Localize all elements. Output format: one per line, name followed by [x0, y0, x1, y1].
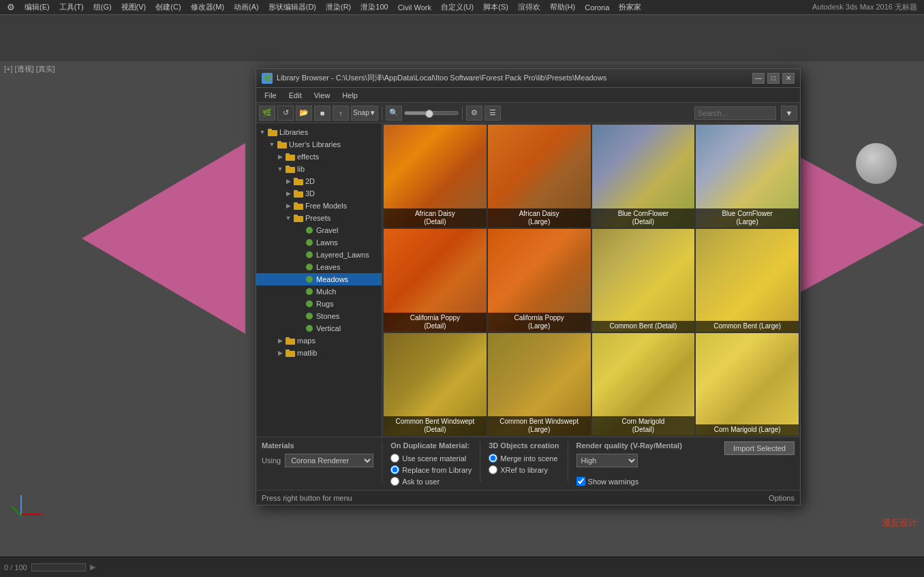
- merge-scene-radio[interactable]: [489, 454, 497, 463]
- menu-corona[interactable]: Corona: [581, 2, 613, 13]
- svg-rect-19: [286, 349, 290, 352]
- toolbar-btn-list[interactable]: ☰: [484, 106, 501, 121]
- tree-item-effects[interactable]: ▶ effects: [256, 151, 382, 163]
- thumb-label-10: Common Bent Windswept(Large): [488, 416, 591, 435]
- tree-item-mulch[interactable]: Mulch: [256, 285, 382, 298]
- tree-item-vertical[interactable]: Vertical: [256, 322, 382, 334]
- renderer-select[interactable]: Corona Renderer V-Ray Mental Ray Scanlin…: [285, 454, 373, 467]
- options-button[interactable]: Options: [769, 494, 795, 502]
- thumb-california-poppy-detail[interactable]: California Poppy(Detail): [384, 229, 487, 332]
- toolbar-btn-settings[interactable]: ⚙: [466, 106, 482, 121]
- tree-item-2d[interactable]: ▶ 2D: [256, 175, 382, 187]
- tree-item-lib[interactable]: ▼ lib: [256, 163, 382, 175]
- toolbar-btn-zoom[interactable]: 🔍: [386, 106, 402, 121]
- toolbar-btn-3[interactable]: 📂: [296, 106, 312, 121]
- objects-creation-title: 3D Objects creation: [489, 441, 559, 450]
- materials-title: Materials: [262, 441, 373, 450]
- app-bottom-counter: 0 / 100: [4, 563, 27, 572]
- tree-label-maps: maps: [297, 337, 315, 345]
- toolbar-search-input[interactable]: [694, 106, 776, 120]
- toolbar-slider[interactable]: [404, 111, 459, 115]
- thumb-common-bent-windswept-detail[interactable]: Common Bent Windswept(Detail): [384, 333, 487, 436]
- menu-render100[interactable]: 泄染100: [356, 1, 392, 14]
- toolbar-btn-4[interactable]: ■: [314, 106, 330, 121]
- tree-label-libraries: Libraries: [279, 128, 308, 136]
- library-tree-panel: ▼ Libraries ▼ User's Libraries ▶: [256, 123, 382, 437]
- thumb-corn-marigold-detail[interactable]: Corn Marigold(Detail): [592, 333, 695, 436]
- menu-modifier[interactable]: 修改器(M): [187, 1, 229, 14]
- tree-item-layered-lawns[interactable]: Layered_Lawns: [256, 249, 382, 261]
- ask-user-radio[interactable]: [390, 477, 399, 486]
- svg-rect-6: [286, 167, 295, 173]
- tree-item-gravel[interactable]: Gravel: [256, 224, 382, 236]
- dialog-menu-edit[interactable]: Edit: [283, 90, 307, 101]
- menu-group[interactable]: 组(G): [89, 1, 116, 14]
- thumb-african-daisy-large[interactable]: African Daisy(Large): [488, 125, 591, 228]
- svg-rect-9: [294, 178, 298, 180]
- menu-view[interactable]: 视图(V): [117, 1, 151, 14]
- separator-1: [382, 441, 382, 482]
- import-selected-button[interactable]: Import Selected: [724, 441, 795, 455]
- dialog-minimize-button[interactable]: —: [752, 73, 765, 84]
- thumb-blue-cornflower-large[interactable]: Blue CornFlower(Large): [696, 125, 799, 228]
- toolbar-btn-1[interactable]: 🌿: [259, 106, 275, 121]
- toolbar-sep-2: [462, 106, 463, 120]
- svg-rect-3: [277, 141, 281, 143]
- tree-item-maps[interactable]: ▶ maps: [256, 334, 382, 347]
- thumb-blue-cornflower-detail[interactable]: Blue CornFlower(Detail): [592, 125, 695, 228]
- show-warnings-label: Show warnings: [588, 478, 639, 486]
- app-menubar: ⚙ 编辑(E) 工具(T) 组(G) 视图(V) 创建(C) 修改器(M) 动画…: [0, 0, 924, 15]
- thumb-common-bent-windswept-large[interactable]: Common Bent Windswept(Large): [488, 333, 591, 436]
- tree-item-stones[interactable]: Stones: [256, 310, 382, 322]
- dialog-close-button[interactable]: ✕: [782, 73, 795, 84]
- watermark: 漫反设计: [882, 517, 917, 529]
- menu-create[interactable]: 创建(C): [151, 1, 185, 14]
- arrow-btn[interactable]: ▶: [90, 563, 95, 572]
- menu-script[interactable]: 脚本(S): [479, 1, 512, 14]
- dialog-menu-view[interactable]: View: [309, 90, 336, 101]
- menu-civil[interactable]: Civil Work: [394, 2, 435, 13]
- dialog-menu-file[interactable]: File: [259, 90, 282, 101]
- thumb-common-bent-detail[interactable]: Common Bent (Detail): [592, 229, 695, 332]
- menu-help-cn[interactable]: 渲得欢: [514, 1, 544, 14]
- thumb-corn-marigold-large[interactable]: Corn Marigold (Large): [696, 333, 799, 436]
- toolbar-btn-snap[interactable]: Snap▼: [351, 106, 378, 121]
- tree-item-lawns[interactable]: Lawns: [256, 236, 382, 249]
- tree-item-meadows[interactable]: Meadows: [256, 273, 382, 285]
- tree-item-leaves[interactable]: Leaves: [256, 261, 382, 273]
- xref-library-radio[interactable]: [489, 465, 497, 474]
- thumb-african-daisy-detail[interactable]: African Daisy(Detail): [384, 125, 487, 228]
- use-scene-radio[interactable]: [390, 454, 399, 463]
- tree-label-matlib: matlib: [297, 349, 317, 357]
- tree-item-free-models[interactable]: ▶ Free Models: [256, 200, 382, 212]
- menu-edit[interactable]: 编辑(E): [20, 1, 54, 14]
- menu-tools[interactable]: 工具(T): [55, 1, 88, 14]
- tree-item-user-libraries[interactable]: ▼ User's Libraries: [256, 138, 382, 151]
- thumb-common-bent-large[interactable]: Common Bent (Large): [696, 229, 799, 332]
- render-quality-select[interactable]: High Medium Low: [576, 454, 638, 467]
- materials-using-row: Using Corona Renderer V-Ray Mental Ray S…: [262, 454, 373, 467]
- menu-custom[interactable]: 自定义(U): [437, 1, 478, 14]
- menu-render[interactable]: 泄染(R): [322, 1, 355, 14]
- menu-panjia[interactable]: 扮家家: [615, 1, 645, 14]
- menu-help[interactable]: 帮助(H): [546, 1, 579, 14]
- menu-shape-editor[interactable]: 形状编辑器(D): [264, 1, 320, 14]
- dialog-app-icon: 🌿: [262, 73, 273, 84]
- dialog-title-area: 🌿 Library Browser - C:\Users\同泽\AppData\…: [262, 73, 606, 84]
- tree-item-rugs[interactable]: Rugs: [256, 298, 382, 310]
- menu-animation[interactable]: 动画(A): [230, 1, 263, 14]
- dialog-maximize-button[interactable]: □: [767, 73, 780, 84]
- dialog-menu-help[interactable]: Help: [337, 90, 363, 101]
- replace-library-radio[interactable]: [390, 465, 399, 474]
- thumb-california-poppy-large[interactable]: California Poppy(Large): [488, 229, 591, 332]
- tree-item-matlib[interactable]: ▶ matlib: [256, 347, 382, 359]
- app-bottom-bar: 0 / 100 ▶: [0, 557, 924, 577]
- toolbar-btn-5[interactable]: ↑: [333, 106, 349, 121]
- tree-item-3d[interactable]: ▶ 3D: [256, 187, 382, 200]
- toolbar-filter-btn[interactable]: ▼: [781, 106, 797, 121]
- tree-item-presets[interactable]: ▼ Presets: [256, 212, 382, 224]
- tree-root-libraries[interactable]: ▼ Libraries: [256, 126, 382, 138]
- thumb-img-7: [592, 229, 695, 332]
- show-warnings-checkbox[interactable]: [576, 477, 585, 486]
- toolbar-btn-2[interactable]: ↺: [277, 106, 294, 121]
